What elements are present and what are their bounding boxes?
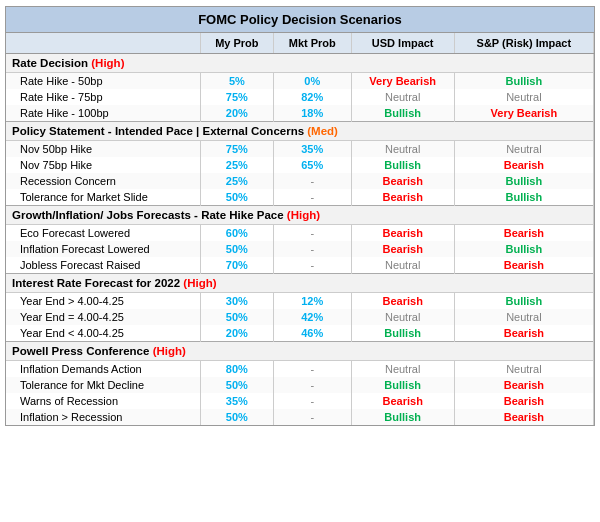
row-usd-impact: Bullish <box>351 377 454 393</box>
main-container: FOMC Policy Decision Scenarios My Prob M… <box>5 6 595 426</box>
row-label: Tolerance for Mkt Decline <box>6 377 200 393</box>
section-risk-policy-statement: (Med) <box>307 125 338 137</box>
row-label: Rate Hike - 100bp <box>6 105 200 122</box>
section-label-powell: Powell Press Conference <box>12 345 153 357</box>
row-usd-impact: Very Bearish <box>351 73 454 90</box>
col-header-mktprob: Mkt Prob <box>273 33 351 54</box>
row-sp-impact: Bearish <box>454 325 593 342</box>
row-label: Rate Hike - 75bp <box>6 89 200 105</box>
table-row: Recession Concern25%-BearishBullish <box>6 173 594 189</box>
row-sp-impact: Neutral <box>454 141 593 158</box>
section-header-policy-statement: Policy Statement - Intended Pace | Exter… <box>6 122 594 141</box>
row-label: Year End = 4.00-4.25 <box>6 309 200 325</box>
row-label: Nov 75bp Hike <box>6 157 200 173</box>
table-header-row: My Prob Mkt Prob USD Impact S&P (Risk) I… <box>6 33 594 54</box>
row-myprob: 30% <box>200 293 273 310</box>
table-row: Jobless Forecast Raised70%-NeutralBearis… <box>6 257 594 274</box>
row-myprob: 50% <box>200 309 273 325</box>
row-usd-impact: Neutral <box>351 257 454 274</box>
row-myprob: 20% <box>200 105 273 122</box>
table-row: Tolerance for Market Slide50%-BearishBul… <box>6 189 594 206</box>
row-usd-impact: Bullish <box>351 325 454 342</box>
section-risk-growth-inflation: (High) <box>287 209 320 221</box>
row-mktprob: - <box>273 257 351 274</box>
row-sp-impact: Neutral <box>454 89 593 105</box>
section-risk-rate-decision: (High) <box>91 57 124 69</box>
section-label-rate-decision: Rate Decision <box>12 57 91 69</box>
col-header-sp: S&P (Risk) Impact <box>454 33 593 54</box>
row-myprob: 60% <box>200 225 273 242</box>
row-sp-impact: Bearish <box>454 257 593 274</box>
section-header-growth-inflation: Growth/Inflation/ Jobs Forecasts - Rate … <box>6 206 594 225</box>
row-label: Warns of Recession <box>6 393 200 409</box>
row-mktprob: - <box>273 409 351 425</box>
row-mktprob: - <box>273 173 351 189</box>
row-sp-impact: Bullish <box>454 189 593 206</box>
row-mktprob: - <box>273 241 351 257</box>
row-sp-impact: Bullish <box>454 73 593 90</box>
col-header-myprob: My Prob <box>200 33 273 54</box>
row-myprob: 70% <box>200 257 273 274</box>
row-usd-impact: Bearish <box>351 189 454 206</box>
section-risk-powell: (High) <box>153 345 186 357</box>
row-usd-impact: Bearish <box>351 225 454 242</box>
row-sp-impact: Neutral <box>454 361 593 378</box>
row-mktprob: 35% <box>273 141 351 158</box>
section-risk-interest-rate: (High) <box>183 277 216 289</box>
table-row: Nov 50bp Hike75%35%NeutralNeutral <box>6 141 594 158</box>
row-label: Eco Forecast Lowered <box>6 225 200 242</box>
row-myprob: 50% <box>200 377 273 393</box>
section-label-growth-inflation: Growth/Inflation/ Jobs Forecasts - Rate … <box>12 209 287 221</box>
row-usd-impact: Neutral <box>351 141 454 158</box>
section-header-rate-decision: Rate Decision (High) <box>6 54 594 73</box>
row-sp-impact: Very Bearish <box>454 105 593 122</box>
row-usd-impact: Bearish <box>351 293 454 310</box>
row-label: Inflation > Recession <box>6 409 200 425</box>
row-mktprob: - <box>273 377 351 393</box>
row-usd-impact: Bullish <box>351 409 454 425</box>
row-sp-impact: Bullish <box>454 293 593 310</box>
row-mktprob: 46% <box>273 325 351 342</box>
row-mktprob: 18% <box>273 105 351 122</box>
row-mktprob: 82% <box>273 89 351 105</box>
row-label: Jobless Forecast Raised <box>6 257 200 274</box>
row-mktprob: - <box>273 361 351 378</box>
row-sp-impact: Neutral <box>454 309 593 325</box>
row-myprob: 50% <box>200 241 273 257</box>
section-header-interest-rate: Interest Rate Forecast for 2022 (High) <box>6 274 594 293</box>
table-row: Eco Forecast Lowered60%-BearishBearish <box>6 225 594 242</box>
row-label: Tolerance for Market Slide <box>6 189 200 206</box>
row-usd-impact: Neutral <box>351 309 454 325</box>
row-mktprob: 12% <box>273 293 351 310</box>
row-sp-impact: Bullish <box>454 241 593 257</box>
row-myprob: 50% <box>200 409 273 425</box>
data-table: My Prob Mkt Prob USD Impact S&P (Risk) I… <box>6 33 594 425</box>
row-label: Inflation Forecast Lowered <box>6 241 200 257</box>
row-mktprob: 42% <box>273 309 351 325</box>
table-row: Nov 75bp Hike25%65%BullishBearish <box>6 157 594 173</box>
table-body: Rate Decision (High)Rate Hike - 50bp5%0%… <box>6 54 594 426</box>
table-row: Year End < 4.00-4.2520%46%BullishBearish <box>6 325 594 342</box>
table-row: Inflation Forecast Lowered50%-BearishBul… <box>6 241 594 257</box>
table-row: Year End > 4.00-4.2530%12%BearishBullish <box>6 293 594 310</box>
row-sp-impact: Bearish <box>454 409 593 425</box>
row-usd-impact: Bearish <box>351 241 454 257</box>
section-label-interest-rate: Interest Rate Forecast for 2022 <box>12 277 183 289</box>
row-sp-impact: Bearish <box>454 377 593 393</box>
row-sp-impact: Bearish <box>454 393 593 409</box>
col-header-usd: USD Impact <box>351 33 454 54</box>
row-myprob: 20% <box>200 325 273 342</box>
section-header-powell: Powell Press Conference (High) <box>6 342 594 361</box>
page-title: FOMC Policy Decision Scenarios <box>6 7 594 33</box>
row-label: Recession Concern <box>6 173 200 189</box>
row-mktprob: - <box>273 189 351 206</box>
row-mktprob: 65% <box>273 157 351 173</box>
row-label: Inflation Demands Action <box>6 361 200 378</box>
row-sp-impact: Bearish <box>454 225 593 242</box>
table-row: Warns of Recession35%-BearishBearish <box>6 393 594 409</box>
row-mktprob: - <box>273 393 351 409</box>
row-sp-impact: Bearish <box>454 157 593 173</box>
row-usd-impact: Bearish <box>351 173 454 189</box>
table-row: Inflation > Recession50%-BullishBearish <box>6 409 594 425</box>
section-label-policy-statement: Policy Statement - Intended Pace | Exter… <box>12 125 307 137</box>
